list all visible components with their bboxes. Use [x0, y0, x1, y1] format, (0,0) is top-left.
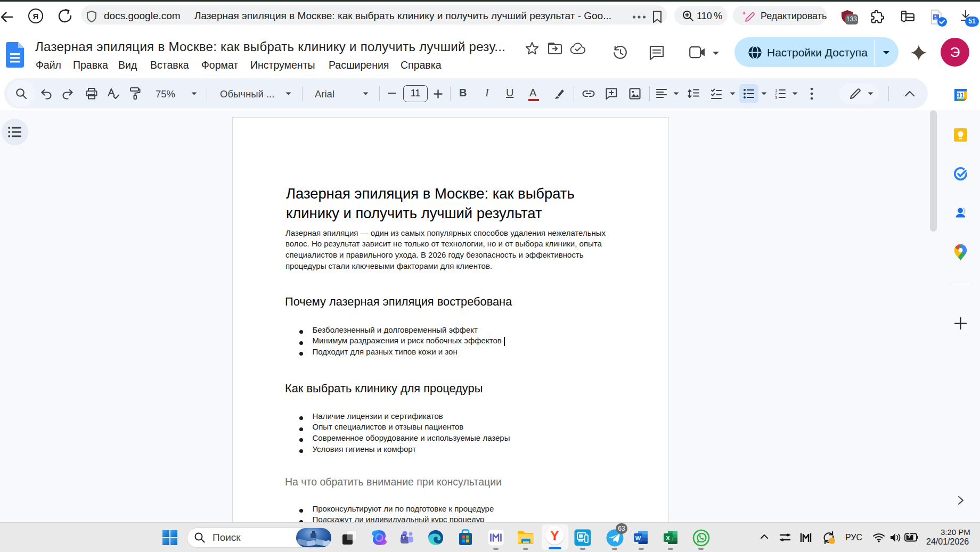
svg-text:X: X	[666, 535, 670, 541]
svg-text:3: 3	[775, 95, 778, 100]
svg-text:Y: Y	[550, 528, 559, 543]
svg-text:31: 31	[957, 92, 965, 99]
svg-text:T: T	[403, 535, 405, 540]
svg-text:W: W	[635, 535, 641, 541]
svg-text:Я: Я	[33, 12, 39, 21]
